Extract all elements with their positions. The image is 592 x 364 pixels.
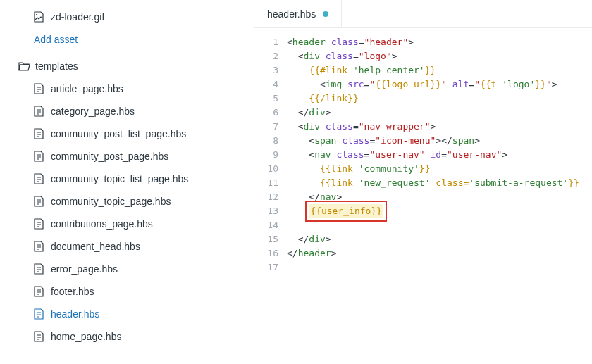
image-file-icon <box>34 11 44 23</box>
file-icon <box>34 173 44 184</box>
file-label: category_page.hbs <box>51 106 135 117</box>
code-line: {{link 'new_request' class='submit-a-req… <box>287 176 592 190</box>
code-editor[interactable]: 1234567891011121314151617 <header class=… <box>254 28 592 275</box>
svg-point-0 <box>36 14 37 15</box>
file-icon <box>34 218 44 230</box>
line-number: 17 <box>254 261 278 275</box>
file-item[interactable]: community_post_page.hbs <box>0 145 254 168</box>
file-item[interactable]: error_page.hbs <box>0 258 254 280</box>
line-number: 12 <box>254 190 278 204</box>
file-label: community_topic_list_page.hbs <box>51 173 188 184</box>
line-number: 2 <box>254 49 278 63</box>
modified-indicator-icon <box>323 11 328 17</box>
line-number: 6 <box>254 106 278 120</box>
tab-header-hbs[interactable]: header.hbs <box>254 0 342 27</box>
file-item[interactable]: document_head.hbs <box>0 235 254 258</box>
file-item[interactable]: community_topic_list_page.hbs <box>0 168 254 190</box>
file-label: community_post_page.hbs <box>51 151 168 162</box>
line-number: 8 <box>254 134 278 148</box>
file-sidebar: zd-loader.gif Add asset templates articl… <box>0 0 254 364</box>
code-line: {{#link 'help_center'}} <box>287 63 592 77</box>
tab-bar: header.hbs <box>254 0 592 28</box>
line-number: 3 <box>254 63 278 77</box>
file-item[interactable]: contributions_page.hbs <box>0 213 254 235</box>
file-list: article_page.hbscategory_page.hbscommuni… <box>0 77 254 348</box>
file-label: home_page.hbs <box>51 331 121 342</box>
file-icon <box>34 331 44 342</box>
asset-file-item[interactable]: zd-loader.gif <box>0 6 254 28</box>
highlighted-code: {{user_info}} <box>309 204 383 218</box>
file-icon <box>34 106 44 117</box>
line-number: 13 <box>254 204 278 218</box>
code-line <box>287 218 592 232</box>
file-label: contributions_page.hbs <box>51 218 153 230</box>
file-icon <box>34 286 44 297</box>
file-item[interactable]: footer.hbs <box>0 280 254 303</box>
line-number: 7 <box>254 120 278 134</box>
asset-file-label: zd-loader.gif <box>51 11 104 23</box>
file-item[interactable]: header.hbs <box>0 303 254 325</box>
file-label: error_page.hbs <box>51 263 118 275</box>
code-line: <header class="header"> <box>287 35 592 49</box>
code-line: </header> <box>287 246 592 261</box>
code-line: {{user_info}} <box>287 204 592 218</box>
file-item[interactable]: community_topic_page.hbs <box>0 190 254 213</box>
code-line: <nav class="user-nav" id="user-nav"> <box>287 148 592 162</box>
file-label: community_post_list_page.hbs <box>51 128 186 139</box>
file-item[interactable]: article_page.hbs <box>0 77 254 100</box>
file-item[interactable]: community_post_list_page.hbs <box>0 123 254 145</box>
folder-open-icon <box>18 61 30 71</box>
file-label: footer.hbs <box>51 286 94 297</box>
file-label: header.hbs <box>51 308 99 320</box>
line-number: 11 <box>254 176 278 190</box>
line-number: 9 <box>254 148 278 162</box>
line-number: 1 <box>254 35 278 49</box>
folder-label: templates <box>35 61 78 72</box>
file-label: article_page.hbs <box>51 83 123 94</box>
code-line: <div class="nav-wrapper"> <box>287 120 592 134</box>
line-number: 10 <box>254 162 278 176</box>
code-line: <span class="icon-menu"></span> <box>287 134 592 148</box>
folder-templates[interactable]: templates <box>0 55 254 77</box>
tab-label: header.hbs <box>267 8 316 20</box>
code-line <box>287 261 592 275</box>
code-line: </div> <box>287 232 592 246</box>
code-line: <div class="logo"> <box>287 49 592 63</box>
line-number: 4 <box>254 77 278 92</box>
file-item[interactable]: category_page.hbs <box>0 100 254 123</box>
line-number: 5 <box>254 92 278 106</box>
file-icon <box>34 263 44 275</box>
file-label: document_head.hbs <box>51 241 140 252</box>
line-number-gutter: 1234567891011121314151617 <box>254 35 287 275</box>
line-number: 16 <box>254 246 278 261</box>
file-item[interactable]: home_page.hbs <box>0 325 254 348</box>
editor-pane: header.hbs 1234567891011121314151617 <he… <box>254 0 592 364</box>
file-label: community_topic_page.hbs <box>51 196 171 207</box>
code-line: {{/link}} <box>287 92 592 106</box>
code-line: <img src="{{logo_url}}" alt="{{t 'logo'}… <box>287 77 592 92</box>
file-icon <box>34 241 44 252</box>
file-icon <box>34 83 44 94</box>
code-content[interactable]: <header class="header"> <div class="logo… <box>287 35 592 275</box>
line-number: 14 <box>254 218 278 232</box>
line-number: 15 <box>254 232 278 246</box>
file-icon <box>34 128 44 139</box>
file-icon <box>34 308 44 320</box>
code-line: {{link 'community'}} <box>287 162 592 176</box>
code-line: </nav> <box>287 190 592 204</box>
add-asset-link[interactable]: Add asset <box>0 28 254 55</box>
code-line: </div> <box>287 106 592 120</box>
file-icon <box>34 196 44 207</box>
file-icon <box>34 151 44 162</box>
